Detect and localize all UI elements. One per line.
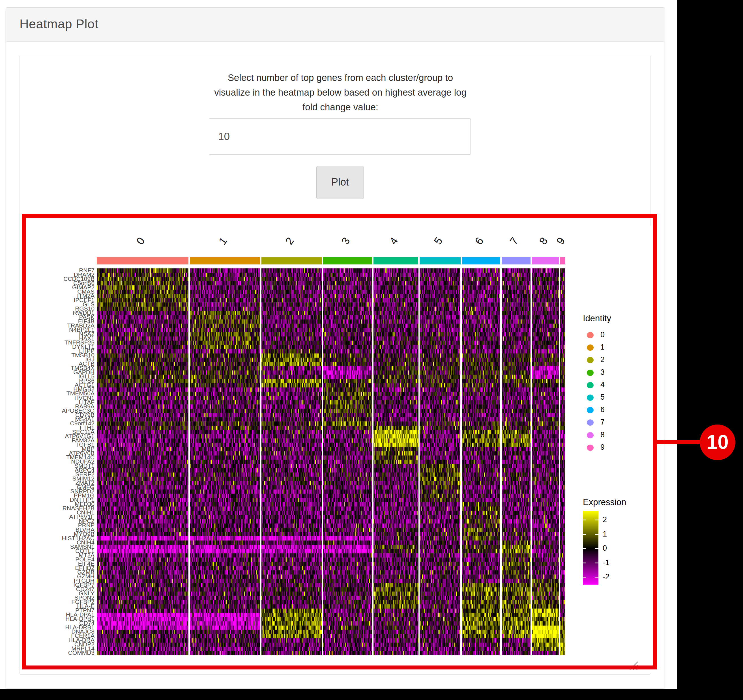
identity-dot-2 [587,357,594,363]
cluster-bar-0 [97,257,188,264]
plot-button[interactable]: Plot [316,166,364,199]
identity-label-9: 9 [600,443,605,452]
cluster-bar-5 [420,257,460,264]
identity-label-1: 1 [600,343,605,351]
cluster-column-label-1: 1 [215,233,235,252]
expression-colorbar [583,511,598,585]
identity-dot-4 [587,382,594,388]
expression-tick-mark [583,577,586,577]
annotation-connector-line [655,440,700,444]
cluster-bar-4 [373,257,418,264]
expression-tick-label-1: 1 [603,530,607,539]
cluster-bar-3 [323,257,372,264]
identity-label-7: 7 [600,418,605,427]
cluster-bar-9 [560,257,565,264]
expression-tick-label--2: -2 [603,573,610,581]
expression-tick-label-2: 2 [603,515,607,524]
identity-dot-3 [587,370,594,376]
expression-tick-mark [595,548,598,549]
cluster-column-label-6: 6 [471,233,491,252]
identity-legend-item-0: 0 [583,329,656,342]
gene-count-prompt: Select number of top genes from each clu… [209,71,472,115]
gene-axis-labels: RNF7DRAM2CCDC109BC5orf56GIMAP2CMASITM2AI… [32,269,95,655]
identity-dot-7 [587,419,594,426]
screenshot-stage: Heatmap Plot Select number of top genes … [0,0,743,700]
identity-legend-item-9: 9 [583,442,656,454]
identity-legend-title: Identity [583,313,656,323]
cluster-column-label-4: 4 [386,233,406,252]
identity-label-5: 5 [600,393,605,402]
top-genes-count-input[interactable] [209,118,471,155]
identity-dot-8 [587,432,594,439]
app-page: Heatmap Plot Select number of top genes … [0,0,677,689]
expression-tick-mark [583,548,586,549]
panel-header: Heatmap Plot [6,7,664,41]
identity-legend-item-3: 3 [583,367,656,379]
identity-dot-0 [587,332,594,338]
cluster-bar-1 [190,257,260,264]
expression-tick-mark [595,534,598,535]
page-title: Heatmap Plot [19,17,98,31]
identity-legend-item-2: 2 [583,354,656,366]
cluster-bar-2 [262,257,322,264]
expression-tick-label--1: -1 [603,558,610,567]
expression-tick-label-0: 0 [603,544,607,553]
cluster-column-label-8: 8 [535,233,555,252]
identity-dot-9 [587,445,594,451]
identity-legend-item-6: 6 [583,404,656,416]
identity-legend-item-8: 8 [583,429,656,442]
heatmap-cells-canvas [97,269,567,655]
expression-tick-mark [583,534,586,535]
cluster-column-label-0: 0 [132,233,153,252]
cluster-bar-6 [462,257,500,264]
identity-label-6: 6 [600,405,605,414]
identity-label-0: 0 [600,330,605,339]
gene-label-COMMD3: COMMD3 [68,650,95,655]
identity-dot-5 [587,394,594,401]
identity-dot-1 [587,344,594,351]
expression-legend-title: Expression [583,497,656,507]
expression-tick-mark [595,520,598,520]
identity-label-3: 3 [600,368,605,377]
identity-dot-6 [587,407,594,413]
identity-legend-item-7: 7 [583,416,656,429]
plot-resize-handle[interactable] [628,660,638,670]
cluster-column-label-9: 9 [553,233,573,252]
identity-legend-item-1: 1 [583,342,656,354]
identity-legend-item-4: 4 [583,379,656,392]
expression-tick-mark [595,563,598,563]
cluster-bar-8 [532,257,559,264]
cluster-bar-7 [502,257,530,264]
expression-tick-mark [595,577,598,577]
heatmap-plot-output: 0123456789 RNF7DRAM2CCDC109BC5orf56GIMAP… [32,226,659,673]
cluster-column-label-7: 7 [506,233,526,252]
identity-label-8: 8 [600,430,605,439]
annotation-step-badge: 10 [700,425,736,460]
expression-tick-mark [583,563,586,563]
expression-legend: Expression 210-1-2 [583,497,656,507]
cluster-column-label-2: 2 [281,233,302,252]
cluster-column-label-5: 5 [430,233,450,252]
app-container: Heatmap Plot Select number of top genes … [6,7,665,688]
cluster-column-label-3: 3 [337,233,358,252]
identity-legend-item-5: 5 [583,392,656,404]
identity-legend: Identity 0123456789 [583,313,656,323]
identity-label-4: 4 [600,380,605,389]
identity-label-2: 2 [600,355,605,364]
expression-tick-mark [583,520,586,520]
